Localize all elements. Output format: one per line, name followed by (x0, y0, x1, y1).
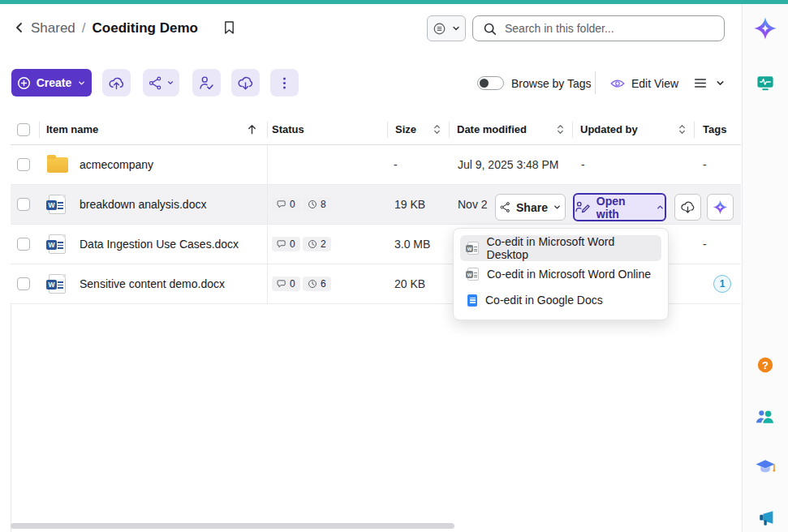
column-header-date-modified[interactable]: Date modified (457, 123, 527, 135)
word-document-icon: W (49, 195, 66, 214)
row-share-button[interactable]: Share (495, 194, 566, 221)
graduation-cap-icon (756, 458, 776, 475)
sparkle-ai-icon (713, 200, 728, 215)
upload-button[interactable] (102, 69, 131, 97)
more-actions-button[interactable] (270, 69, 299, 97)
header-separator (572, 122, 573, 138)
chevron-left-icon (13, 21, 26, 34)
versions-count-badge[interactable]: 8 (303, 197, 331, 212)
sort-ascending-icon[interactable] (246, 123, 258, 135)
row-checkbox[interactable] (17, 277, 30, 290)
menu-item-word-desktop[interactable]: W Co-edit in Microsoft Word Desktop (460, 235, 661, 261)
comment-icon (277, 279, 286, 289)
sidebar-help-button[interactable]: ? (756, 356, 774, 374)
table-row-acmecompany[interactable]: acmecompany - Jul 9, 2025 3:48 PM - - (11, 145, 741, 185)
row-download-button[interactable] (674, 194, 701, 221)
search-input[interactable] (505, 22, 714, 35)
sidebar-ai-copilot-button[interactable] (753, 16, 777, 41)
word-glyph: W (466, 245, 473, 252)
chevron-down-icon (166, 79, 174, 87)
column-header-updated-by[interactable]: Updated by (580, 123, 638, 135)
word-glyph: W (46, 240, 57, 250)
sparkle-ai-icon (753, 16, 777, 41)
menu-item-google-docs[interactable]: Co-edit in Google Docs (460, 287, 661, 313)
sort-icon[interactable] (676, 123, 688, 135)
header-separator (39, 122, 40, 138)
size-cell: 3.0 MB (394, 238, 430, 251)
page-title: Coediting Demo (93, 20, 198, 36)
sort-icon[interactable] (431, 123, 443, 135)
search-bar[interactable] (472, 15, 725, 41)
comments-count-badge[interactable]: 0 (272, 277, 300, 291)
sidebar-community-button[interactable] (756, 407, 776, 426)
versions-count: 6 (321, 278, 326, 290)
menu-item-label: Co-edit in Microsoft Word Desktop (487, 235, 654, 261)
sidebar-system-health-button[interactable] (756, 74, 775, 92)
versions-count-badge[interactable]: 2 (303, 237, 331, 251)
item-name[interactable]: acmecompany (80, 158, 153, 171)
search-scope-dropdown[interactable] (427, 15, 466, 41)
plus-circle-icon (17, 76, 31, 90)
column-header-size[interactable]: Size (395, 123, 416, 135)
comments-count: 0 (290, 238, 295, 250)
comments-count: 0 (290, 199, 295, 210)
view-switcher-dropdown[interactable] (694, 77, 726, 89)
tags-cell: - (703, 238, 707, 251)
select-all-checkbox[interactable] (17, 123, 30, 136)
manage-permissions-button[interactable] (192, 69, 221, 97)
word-document-icon: W (49, 274, 66, 294)
monitor-pulse-icon (756, 74, 775, 92)
folder-icon (47, 157, 68, 173)
user-check-icon (198, 75, 215, 92)
tags-count-badge[interactable]: 1 (713, 275, 731, 293)
versions-count: 8 (321, 199, 326, 210)
versions-count-badge[interactable]: 6 (303, 277, 331, 291)
word-online-icon: W (467, 268, 479, 281)
menu-item-word-online[interactable]: W Co-edit in Microsoft Word Online (460, 261, 661, 287)
row-checkbox[interactable] (17, 198, 30, 211)
item-name[interactable]: breakdown analysis.docx (80, 198, 206, 211)
column-header-item-name[interactable]: Item name (46, 123, 98, 135)
comments-count-badge[interactable]: 0 (272, 237, 300, 251)
header-separator (387, 122, 388, 138)
item-name[interactable]: Data Ingestion Use Cases.docx (80, 238, 239, 251)
browse-by-tags-toggle[interactable] (477, 76, 504, 90)
horizontal-scrollbar-thumb[interactable] (11, 523, 454, 529)
sidebar-announcements-button[interactable] (756, 509, 776, 528)
comments-count-badge[interactable]: 0 (272, 197, 300, 212)
comment-icon (277, 239, 286, 249)
sidebar-training-button[interactable] (756, 458, 776, 475)
column-header-tags[interactable]: Tags (703, 123, 726, 135)
breadcrumb-separator: / (82, 20, 86, 36)
clock-icon (308, 239, 317, 249)
column-separator (267, 185, 268, 224)
size-cell: 20 KB (394, 277, 425, 290)
header-separator (694, 122, 695, 138)
back-button[interactable] (13, 21, 26, 34)
edit-view-button[interactable]: Edit View (610, 77, 678, 90)
row-ai-assistant-button[interactable] (707, 194, 734, 221)
create-button-label: Create (37, 76, 72, 89)
share-toolbar-button[interactable] (143, 69, 179, 97)
bookmark-button[interactable] (223, 20, 235, 35)
ellipsis-vertical-icon (277, 75, 292, 91)
sort-icon[interactable] (554, 123, 566, 135)
date-modified-cell: Jul 9, 2025 3:48 PM (458, 158, 559, 171)
row-checkbox[interactable] (17, 158, 30, 171)
bookmark-icon (223, 20, 235, 35)
menu-item-label: Co-edit in Microsoft Word Online (487, 268, 651, 281)
breadcrumb-shared-link[interactable]: Shared (31, 20, 75, 36)
search-icon (483, 22, 497, 36)
app-window: Shared / Coediting Demo Create Browse by (0, 0, 788, 532)
row-open-with-button[interactable]: Open with (573, 193, 666, 221)
row-checkbox[interactable] (17, 238, 30, 251)
co-edit-icon (575, 200, 592, 214)
item-name[interactable]: Sensitive content demo.docx (80, 277, 225, 290)
share-nodes-icon (148, 75, 163, 91)
right-sidebar: ? (742, 4, 788, 532)
megaphone-icon (756, 509, 776, 528)
download-toolbar-button[interactable] (231, 69, 260, 97)
column-header-status[interactable]: Status (272, 123, 304, 135)
create-button[interactable]: Create (11, 69, 92, 97)
scope-filter-icon (433, 22, 446, 36)
